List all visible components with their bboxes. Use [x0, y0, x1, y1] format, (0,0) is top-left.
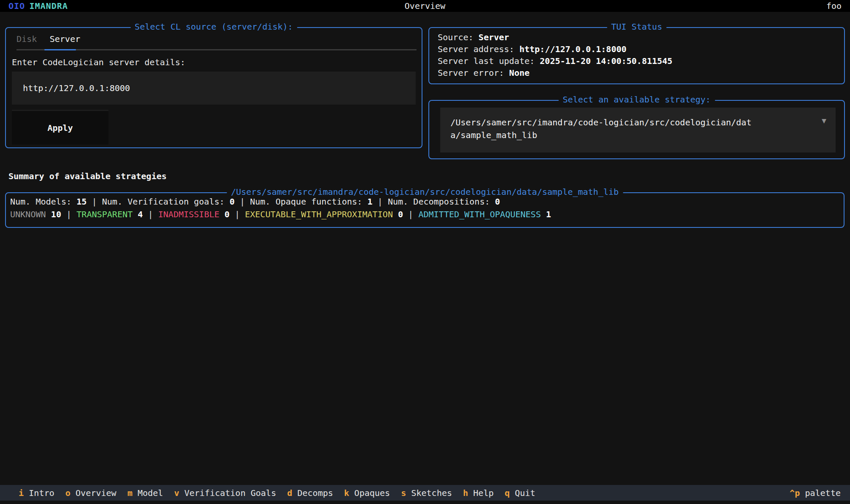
status-unknown-label: UNKNOWN: [10, 209, 46, 219]
app-window: OIOIMANDRA Overview foo Select CL source…: [0, 0, 850, 504]
status-row-source: Source: Server: [438, 31, 836, 43]
footer-item-verification-goals[interactable]: vVerification Goals: [174, 488, 276, 498]
header-right-text: foo: [826, 1, 842, 11]
strategy-summary-panel-title: /Users/samer/src/imandra/code-logician/s…: [227, 187, 623, 197]
status-executable-label: EXECUTABLE_WITH_APPROXIMATION: [245, 209, 393, 219]
top-row: Select CL source (server/disk): Disk Ser…: [5, 27, 845, 159]
status-row-last-update: Server last update: 2025-11-20 14:00:50.…: [438, 55, 836, 67]
tui-status-rows: Source: Server Server address: http://12…: [429, 28, 844, 82]
apply-button-label: Apply: [47, 123, 73, 133]
server-details-label: Enter CodeLogician server details:: [12, 57, 422, 67]
cl-source-panel: Select CL source (server/disk): Disk Ser…: [5, 27, 422, 148]
status-row-address: Server address: http://127.0.0.1:8000: [438, 43, 836, 55]
cl-source-panel-title: Select CL source (server/disk):: [131, 22, 297, 32]
header-bar: OIOIMANDRA Overview foo: [0, 0, 850, 12]
chevron-down-icon: ▼: [822, 116, 826, 125]
strategy-summary-panel: /Users/samer/src/imandra/code-logician/s…: [5, 192, 844, 228]
strategy-selected-value: /Users/samer/src/imandra/code-logician/s…: [450, 116, 756, 141]
app-logo: OIOIMANDRA: [8, 1, 68, 11]
apply-button[interactable]: Apply: [12, 110, 108, 144]
footer-item-model[interactable]: mModel: [128, 488, 163, 498]
status-row-error: Server error: None: [438, 67, 836, 79]
footer-item-palette[interactable]: ^ppalette: [790, 488, 841, 498]
right-column: TUI Status Source: Server Server address…: [428, 27, 845, 159]
summary-stats-line2: UNKNOWN 10 | TRANSPARENT 4 | INADMISSIBL…: [10, 208, 839, 221]
server-address-input[interactable]: http://127.0.0.1:8000: [12, 72, 416, 105]
footer-keybar: iIntro oOverview mModel vVerification Go…: [0, 485, 850, 501]
footer-item-sketches[interactable]: sSketches: [401, 488, 452, 498]
logo-oio: OIO: [8, 1, 25, 11]
tui-status-panel-title: TUI Status: [607, 22, 666, 32]
footer-item-overview[interactable]: oOverview: [65, 488, 116, 498]
logo-imandra: IMANDRA: [29, 1, 68, 11]
summary-stats: Num. Models: 15 | Num. Verification goal…: [6, 193, 844, 223]
cl-source-panel-body: Disk Server Enter CodeLogician server de…: [6, 28, 422, 144]
source-tabs: Disk Server: [6, 34, 422, 44]
strategy-panel: Select an available strategy: /Users/sam…: [428, 100, 845, 159]
status-admitted-label: ADMITTED_WITH_OPAQUENESS: [418, 209, 541, 219]
summary-heading: Summary of available strategies: [8, 171, 845, 181]
footer-item-decomps[interactable]: dDecomps: [287, 488, 333, 498]
footer-item-opaques[interactable]: kOpaques: [344, 488, 390, 498]
tab-underline-track: [17, 49, 417, 50]
footer-item-intro[interactable]: iIntro: [19, 488, 54, 498]
main-content: Select CL source (server/disk): Disk Ser…: [0, 12, 850, 504]
summary-stats-line1: Num. Models: 15 | Num. Verification goal…: [10, 195, 839, 208]
tab-server[interactable]: Server: [50, 34, 80, 44]
page-title: Overview: [405, 1, 445, 11]
status-inadmissible-label: INADMISSIBLE: [158, 209, 219, 219]
strategy-select[interactable]: /Users/samer/src/imandra/code-logician/s…: [440, 108, 836, 152]
footer-item-help[interactable]: hHelp: [463, 488, 494, 498]
server-address-value: http://127.0.0.1:8000: [23, 83, 130, 93]
tui-status-panel: TUI Status Source: Server Server address…: [428, 27, 845, 84]
status-transparent-label: TRANSPARENT: [77, 209, 133, 219]
strategy-panel-title: Select an available strategy:: [558, 94, 715, 105]
footer-item-quit[interactable]: qQuit: [505, 488, 535, 498]
active-tab-underline: [44, 49, 76, 50]
tab-disk[interactable]: Disk: [17, 34, 37, 44]
